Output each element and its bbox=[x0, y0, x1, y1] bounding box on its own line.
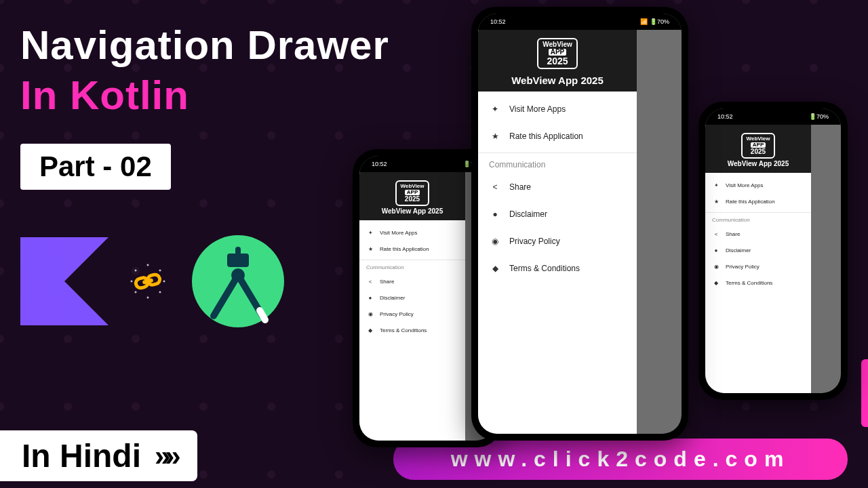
nav-item-privacy[interactable]: ◉Privacy Policy bbox=[705, 258, 811, 274]
app-title: WebView App 2025 bbox=[511, 75, 604, 86]
logo-row bbox=[20, 230, 289, 332]
hindi-label: In Hindi bbox=[22, 437, 141, 474]
svg-point-2 bbox=[163, 281, 165, 282]
title-line-2: In Kotlin bbox=[20, 72, 189, 119]
section-communication: Communication bbox=[478, 152, 637, 174]
apps-icon: ✦ bbox=[489, 103, 501, 115]
share-icon: < bbox=[366, 277, 374, 285]
info-icon: ● bbox=[366, 293, 374, 302]
nav-item-rate[interactable]: ★Rate this Application bbox=[359, 241, 465, 257]
svg-point-0 bbox=[147, 264, 149, 266]
nav-item-share[interactable]: <Share bbox=[478, 174, 637, 201]
app-logo-icon: WebViewAPP2025 bbox=[395, 180, 430, 206]
svg-point-1 bbox=[159, 270, 161, 271]
svg-point-5 bbox=[135, 291, 136, 293]
star-icon: ★ bbox=[489, 130, 501, 142]
privacy-icon: ◉ bbox=[489, 235, 501, 247]
terms-icon: ◆ bbox=[712, 279, 720, 287]
navigation-drawer: WebViewAPP2025 WebView App 2025 ✦Visit M… bbox=[359, 172, 465, 441]
app-logo-icon: WebView APP 2025 bbox=[537, 38, 578, 69]
nav-item-disclaimer[interactable]: ●Disclaimer bbox=[705, 242, 811, 258]
link-icon bbox=[127, 261, 168, 302]
chevron-right-icon: »» bbox=[155, 440, 176, 472]
apps-icon: ✦ bbox=[366, 228, 374, 237]
nav-item-rate[interactable]: ★Rate this Application bbox=[705, 193, 811, 209]
privacy-icon: ◉ bbox=[712, 262, 720, 270]
part-badge: Part - 02 bbox=[20, 144, 171, 190]
drawer-header: WebView APP 2025 WebView App 2025 bbox=[478, 30, 637, 92]
status-bar: 10:52🔋70% bbox=[705, 108, 841, 125]
nav-item-share[interactable]: <Share bbox=[705, 226, 811, 242]
phone-mockup-right: 10:52🔋70% WebViewAPP2025 WebView App 202… bbox=[698, 102, 848, 400]
privacy-icon: ◉ bbox=[366, 310, 374, 318]
share-icon: < bbox=[489, 181, 501, 193]
star-icon: ★ bbox=[712, 197, 720, 205]
kotlin-logo-icon bbox=[20, 237, 108, 325]
terms-icon: ◆ bbox=[366, 326, 374, 334]
nav-item-disclaimer[interactable]: ●Disclaimer bbox=[478, 201, 637, 228]
nav-item-visit[interactable]: ✦Visit More Apps bbox=[705, 177, 811, 193]
svg-point-7 bbox=[135, 270, 136, 271]
svg-rect-13 bbox=[235, 247, 241, 255]
info-icon: ● bbox=[489, 208, 501, 220]
nav-item-terms[interactable]: ◆Terms & Conditions bbox=[705, 274, 811, 291]
svg-point-4 bbox=[147, 297, 149, 298]
svg-rect-12 bbox=[227, 253, 249, 267]
svg-point-6 bbox=[131, 281, 132, 282]
title-line-1: Navigation Drawer bbox=[20, 22, 389, 68]
terms-icon: ◆ bbox=[489, 262, 501, 274]
nav-item-privacy[interactable]: ◉Privacy Policy bbox=[478, 228, 637, 255]
app-logo-icon: WebViewAPP2025 bbox=[741, 133, 776, 159]
info-icon: ● bbox=[712, 246, 720, 254]
status-battery: 📶 🔋70% bbox=[640, 18, 669, 25]
star-icon: ★ bbox=[366, 245, 374, 253]
nav-item-privacy[interactable]: ◉Privacy Policy bbox=[359, 306, 465, 322]
android-studio-logo-icon bbox=[187, 230, 289, 332]
navigation-drawer: WebView APP 2025 WebView App 2025 ✦Visit… bbox=[478, 30, 637, 434]
nav-item-terms[interactable]: ◆Terms & Conditions bbox=[478, 255, 637, 282]
share-icon: < bbox=[712, 230, 720, 238]
status-time: 10:52 bbox=[490, 18, 506, 25]
nav-item-share[interactable]: <Share bbox=[359, 273, 465, 289]
nav-item-terms[interactable]: ◆Terms & Conditions bbox=[359, 322, 465, 338]
status-bar: 10:52 📶 🔋70% bbox=[478, 14, 682, 30]
nav-item-visit[interactable]: ✦Visit More Apps bbox=[359, 224, 465, 241]
nav-item-visit[interactable]: ✦Visit More Apps bbox=[478, 96, 637, 123]
svg-point-3 bbox=[159, 291, 161, 293]
nav-item-disclaimer[interactable]: ●Disclaimer bbox=[359, 289, 465, 306]
navigation-drawer: WebViewAPP2025 WebView App 2025 ✦Visit M… bbox=[705, 125, 811, 393]
hindi-badge: In Hindi »» bbox=[0, 430, 197, 481]
phone-mockup-large: 10:52 📶 🔋70% WebView APP 2025 WebView Ap… bbox=[471, 7, 688, 441]
apps-icon: ✦ bbox=[712, 181, 720, 189]
accent-bar bbox=[861, 359, 868, 427]
nav-item-rate[interactable]: ★Rate this Application bbox=[478, 123, 637, 150]
